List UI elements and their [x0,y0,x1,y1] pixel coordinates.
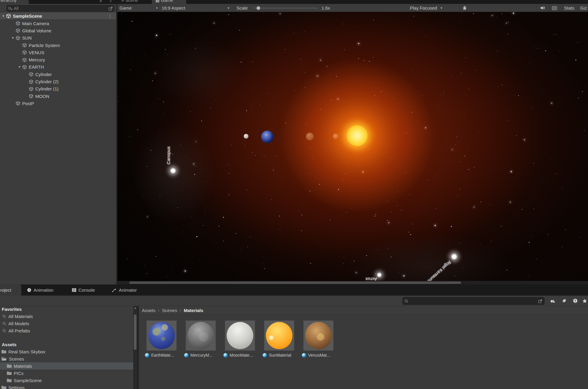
favorite-all-models-label: All Models [8,321,29,326]
search-icon [2,314,6,318]
gameobject-cube-icon [16,21,20,26]
gameobject-cube-icon [22,43,27,48]
tab-project-label: roject [0,287,11,293]
filter-by-type-button[interactable] [547,296,558,306]
popout-icon[interactable] [538,299,542,303]
hierarchy-item-cylinder-1[interactable]: Cylinder (1) [0,85,116,93]
hierarchy-item-label: MOON [35,94,49,99]
mercury-sphere-preview [187,322,214,349]
tab-hierarchy[interactable]: ierarchy [0,0,29,4]
unity-scene-icon [6,13,11,19]
tab-animator-label: Animator [119,287,137,293]
material-thumbnail[interactable] [264,321,294,350]
tab-console[interactable]: Console [72,284,95,296]
scrollbar-thumb[interactable] [129,281,461,284]
hierarchy-item-cylinder[interactable]: Cylinder [0,71,116,78]
hierarchy-item-venus[interactable]: VENUS [0,49,116,56]
aspect-dropdown[interactable]: 16:9 Aspect▼ [162,4,230,12]
chevron-right-icon: › [158,308,159,313]
material-label[interactable]: MoonMate... [223,353,265,358]
hidden-packages-button[interactable] [569,296,581,306]
tab-animator[interactable]: Animator [112,284,137,296]
game-horizontal-scrollbar[interactable] [117,281,588,284]
hierarchy-search-box[interactable]: ▾ [7,5,114,12]
expand-arrow-icon[interactable]: ▼ [18,65,22,69]
project-search-box[interactable] [402,297,545,305]
hierarchy-item-main-camera[interactable]: Main Camera [0,20,116,27]
scrollbar-thumb[interactable] [134,314,137,350]
material-label[interactable]: EarthMate... [145,353,187,358]
tab-scene-label: # Scene [122,0,150,3]
game-screen-icon: ▦ [155,0,161,3]
material-label[interactable]: VenusMat... [302,353,344,358]
popout-icon[interactable] [108,6,113,11]
vsync-grid-button[interactable] [552,4,557,12]
material-name: VenusMat... [308,353,330,358]
plus-icon[interactable]: + [110,0,112,3]
gizmos-button[interactable]: Giz [580,4,587,12]
breadcrumb-assets[interactable]: Assets [142,308,155,313]
folder-real-stars-skybox[interactable]: Real Stars Skybox [0,348,133,355]
hierarchy-item-postp[interactable]: PostP [0,100,116,107]
folder-samplescene[interactable]: SampleScene [0,377,133,384]
hierarchy-item-global-volume[interactable]: Global Volume [0,27,116,34]
hierarchy-search-input[interactable] [14,6,108,11]
debug-bug-button[interactable] [462,4,467,12]
tab-scene[interactable]: # Scene [119,0,150,4]
favorites-star-button[interactable] [581,296,588,306]
breadcrumb-materials[interactable]: Materials [184,308,203,313]
kebab-menu-icon[interactable]: ⋮ [108,14,112,18]
hierarchy-item-particle-system[interactable]: Particle System [0,42,116,49]
scroll-up-arrow-icon[interactable]: ▲ [133,307,137,309]
material-label[interactable]: MercuryM... [184,353,226,358]
favorite-all-prefabs[interactable]: All Prefabs [0,327,133,334]
hierarchy-item-earth[interactable]: ▼EARTH [0,63,116,71]
material-name: MercuryM... [190,353,213,358]
scene-grid-icon: # [122,0,125,3]
tree-vertical-scrollbar[interactable]: ▲ [133,306,137,389]
folder-pics[interactable]: PICs [0,370,133,377]
material-thumbnail[interactable] [225,321,255,350]
project-toolbar [0,296,588,306]
hierarchy-item-moon[interactable]: MOON [0,93,116,100]
material-thumbnail[interactable] [147,321,176,350]
star-label-canopus: Canopus [166,146,171,164]
favorite-all-materials[interactable]: All Materials [0,313,133,320]
project-tab-strip: roject Animation Console Animator [0,284,588,296]
search-filter-caret-icon[interactable]: ▾ [11,8,13,10]
material-thumbnail[interactable] [304,321,333,350]
folder-materials[interactable]: Materials [0,362,133,370]
folder-settings[interactable]: Settings [0,384,133,389]
display-dropdown[interactable]: Game▼ [119,4,158,12]
favorite-all-models[interactable]: All Models [0,320,133,327]
hierarchy-item-cylinder-2[interactable]: Cylinder (2) [0,78,116,85]
folder-scenes[interactable]: Scenes [0,355,133,362]
hierarchy-item-label: Cylinder (1) [35,86,59,91]
tab-animation[interactable]: Animation [27,284,54,296]
project-search-input[interactable] [408,299,538,303]
stats-button[interactable]: Stats [564,4,574,12]
breadcrumb-scenes[interactable]: Scenes [162,308,177,313]
game-viewport[interactable]: CanopusAcruxRigel Kentaurus [117,12,588,281]
play-mode-dropdown[interactable]: Play Focused▼ [410,4,443,12]
folder-icon [1,349,6,354]
scale-slider[interactable] [254,4,318,12]
hierarchy-item-sun[interactable]: ▼SUN [0,34,116,42]
mute-audio-button[interactable] [540,4,545,12]
tab-game[interactable]: ▦ Game [152,0,186,4]
scale-slider-track[interactable] [254,8,318,8]
hierarchy-item-mercury[interactable]: Mercury [0,56,116,63]
folder-open-icon [1,357,7,361]
material-thumbnail[interactable] [186,321,216,350]
scale-slider-knob[interactable] [257,6,260,10]
expand-arrow-icon[interactable]: ▼ [11,36,16,40]
expand-arrow-icon[interactable]: ▼ [2,14,6,18]
scene-name: SampleScene [13,13,42,19]
tab-project[interactable]: roject [0,284,21,296]
hierarchy-scene-row[interactable]: ▼ SampleScene ⋮ [0,13,116,20]
material-ball-icon [223,353,228,358]
hamburger-icon[interactable]: ≡ [100,0,102,3]
material-label[interactable]: SunMaterial [263,353,304,358]
earth-sphere-preview [148,322,175,349]
filter-by-label-button[interactable] [558,296,569,306]
